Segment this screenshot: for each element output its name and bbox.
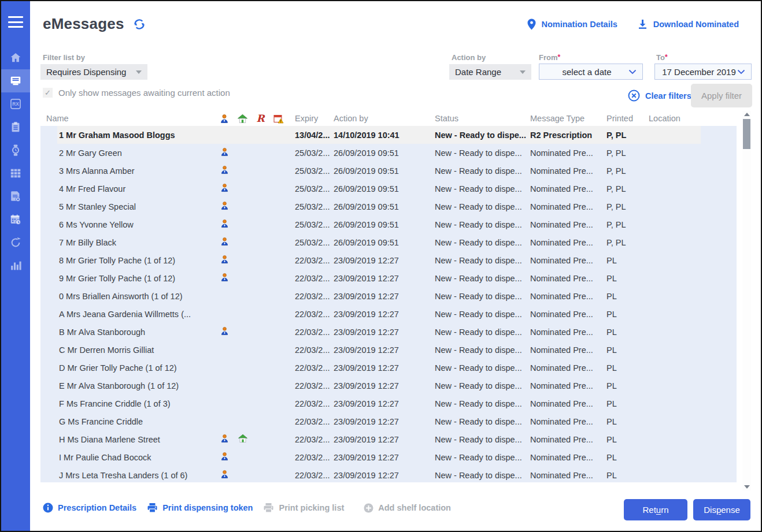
row-printed: PL: [606, 256, 649, 265]
menu-icon[interactable]: [8, 16, 23, 28]
prescription-details-button[interactable]: Prescription Details: [43, 503, 136, 513]
scroll-up-icon[interactable]: [742, 111, 751, 118]
row-action-by: 23/09/2019 12:27: [334, 328, 435, 337]
row-expiry: 22/03/2...: [287, 328, 334, 337]
column-header-action-by[interactable]: Action by: [334, 114, 435, 123]
add-shelf-location-button[interactable]: Add shelf location: [364, 503, 451, 513]
row-printed: PL: [606, 328, 649, 337]
row-expiry: 22/03/2...: [287, 292, 334, 301]
row-expiry: 22/03/2...: [287, 345, 334, 355]
print-dispensing-token-button[interactable]: Print dispensing token: [147, 503, 253, 513]
scrollbar-thumb[interactable]: [743, 119, 750, 149]
column-header-location[interactable]: Location: [649, 114, 737, 123]
table-row[interactable]: 1 Mr Graham Masood Bloggs 13/04/2... 14/…: [40, 126, 737, 144]
vertical-scrollbar[interactable]: [742, 111, 751, 490]
grid-icon: [9, 167, 22, 180]
repeat-prescription-column-icon[interactable]: R: [251, 114, 269, 124]
action-by-select[interactable]: Date Range: [449, 64, 531, 80]
nomination-details-link[interactable]: Nomination Details: [527, 18, 617, 30]
care-home-column-icon[interactable]: [234, 114, 251, 124]
clear-filters-button[interactable]: Clear filters: [628, 90, 691, 102]
download-nominated-link[interactable]: Download Nominated: [637, 18, 739, 29]
return-button[interactable]: Return: [624, 499, 687, 520]
rx-icon: RX: [9, 98, 22, 110]
table-row[interactable]: B Mr Alva Stanborough 22/03/2... 23/09/2…: [40, 323, 737, 341]
row-patient-name: I Mr Paulie Chad Bocock: [40, 453, 215, 462]
table-row[interactable]: 5 Mr Stanley Special 25/03/2... 26/09/20…: [40, 198, 737, 215]
table-row[interactable]: G Ms Francine Criddle 22/03/2... 23/09/2…: [40, 412, 737, 430]
row-status: New - Ready to dispe...: [435, 238, 530, 247]
row-message-type: Nominated Pre...: [530, 166, 606, 176]
scroll-down-icon[interactable]: [742, 483, 751, 490]
sidebar-item-document-cancel[interactable]: [1, 185, 30, 208]
sidebar-item-reports[interactable]: [1, 254, 30, 277]
dispense-button[interactable]: Dispense: [693, 499, 750, 520]
table-row[interactable]: 2 Mr Gary Green 25/03/2... 26/09/2019 09…: [40, 144, 737, 162]
row-action-by: 23/09/2019 12:27: [334, 417, 435, 426]
row-patient-name: 6 Ms Yvonne Yellow: [40, 220, 215, 229]
row-expiry: 22/03/2...: [287, 256, 334, 265]
home-icon: [9, 51, 22, 64]
column-header-expiry[interactable]: Expiry: [287, 114, 334, 123]
row-message-type: Nominated Pre...: [530, 417, 606, 426]
table-row[interactable]: I Mr Paulie Chad Bocock 22/03/2... 23/09…: [40, 448, 737, 466]
row-patient-name: F Ms Francine Criddle (1 of 3): [40, 399, 215, 408]
expiry-warning-column-icon[interactable]: [269, 114, 287, 124]
table-row[interactable]: F Ms Francine Criddle (1 of 3) 22/03/2..…: [40, 395, 737, 412]
row-action-by: 23/09/2019 12:27: [334, 292, 435, 301]
sidebar-item-emessages[interactable]: [1, 69, 30, 92]
patient-icon: [220, 434, 229, 445]
print-picking-list-button[interactable]: Print picking list: [263, 503, 344, 513]
row-patient-name: J Mrs Leta Tresha Landers (1 of 6): [40, 471, 215, 480]
row-patient-name: E Mr Alva Stanborough (1 of 12): [40, 381, 215, 390]
table-row[interactable]: C Mr Derren Morris Gilliat 22/03/2... 23…: [40, 341, 737, 359]
table-row[interactable]: 7 Mr Billy Black 25/03/2... 26/09/2019 0…: [40, 233, 737, 251]
row-message-type: Nominated Pre...: [530, 363, 606, 373]
table-row[interactable]: E Mr Alva Stanborough (1 of 12) 22/03/2.…: [40, 377, 737, 395]
table-row[interactable]: 0 Mrs Briallen Ainsworth (1 of 12) 22/03…: [40, 287, 737, 305]
sidebar-item-sync[interactable]: [1, 231, 30, 254]
table-row[interactable]: 4 Mr Fred Flavour 25/03/2... 26/09/2019 …: [40, 180, 737, 198]
sidebar-item-calendar-clock[interactable]: [1, 208, 30, 231]
footer-actions: Prescription Details Print dispensing to…: [43, 503, 451, 513]
row-expiry: 22/03/2...: [287, 453, 334, 462]
column-header-printed[interactable]: Printed: [606, 114, 649, 123]
patient-icon: [220, 237, 229, 248]
filter-list-by-select[interactable]: Requires Dispensing: [40, 64, 147, 80]
table-row[interactable]: 8 Mr Grier Tolly Pache (1 of 12) 22/03/2…: [40, 251, 737, 269]
table-body: 1 Mr Graham Masood Bloggs 13/04/2... 14/…: [40, 126, 737, 482]
row-printed: P, PL: [606, 238, 649, 247]
sidebar-item-home[interactable]: [1, 46, 30, 69]
row-message-type: Nominated Pre...: [530, 274, 606, 283]
sidebar-item-watch[interactable]: [1, 139, 30, 162]
row-patient-name: 9 Mr Grier Tolly Pache (1 of 12): [40, 274, 215, 283]
main-area: eMessages Nomination Details Download No…: [30, 1, 761, 531]
column-header-message-type[interactable]: Message Type: [530, 114, 606, 123]
table-row[interactable]: D Mr Grier Tolly Pache (1 of 12) 22/03/2…: [40, 359, 737, 377]
patient-icon: [220, 219, 229, 230]
row-action-by: 23/09/2019 12:27: [334, 310, 435, 319]
column-header-name[interactable]: Name: [40, 114, 215, 123]
table-row[interactable]: 9 Mr Grier Tolly Pache (1 of 12) 22/03/2…: [40, 269, 737, 287]
row-printed: P, PL: [606, 131, 649, 140]
patient-column-icon[interactable]: [215, 114, 234, 124]
table-row[interactable]: J Mrs Leta Tresha Landers (1 of 6) 22/03…: [40, 466, 737, 482]
awaiting-action-checkbox[interactable]: ✓: [43, 88, 53, 98]
sidebar-item-rx[interactable]: RX: [1, 92, 30, 116]
table-row[interactable]: 6 Ms Yvonne Yellow 25/03/2... 26/09/2019…: [40, 215, 737, 233]
row-action-by: 23/09/2019 12:27: [334, 381, 435, 390]
column-header-status[interactable]: Status: [435, 114, 530, 123]
apply-filter-button[interactable]: Apply filter: [691, 84, 752, 107]
to-date-select[interactable]: 17 December 2019: [654, 64, 752, 80]
table-row[interactable]: 3 Mrs Alanna Amber 25/03/2... 26/09/2019…: [40, 162, 737, 180]
refresh-icon[interactable]: [132, 17, 146, 31]
watch-icon: [9, 144, 22, 157]
row-status: New - Ready to dispe...: [435, 345, 530, 355]
sidebar-item-clipboard[interactable]: [1, 116, 30, 139]
from-date-select[interactable]: select a date: [539, 64, 643, 80]
sidebar-item-grid[interactable]: [1, 162, 30, 185]
chevron-down-icon: [628, 69, 637, 75]
table-row[interactable]: H Ms Diana Marlene Street 22/03/2... 23/…: [40, 430, 737, 448]
table-row[interactable]: A Mrs Jeana Gardenia Willmetts (... 22/0…: [40, 305, 737, 323]
row-printed: PL: [606, 345, 649, 355]
